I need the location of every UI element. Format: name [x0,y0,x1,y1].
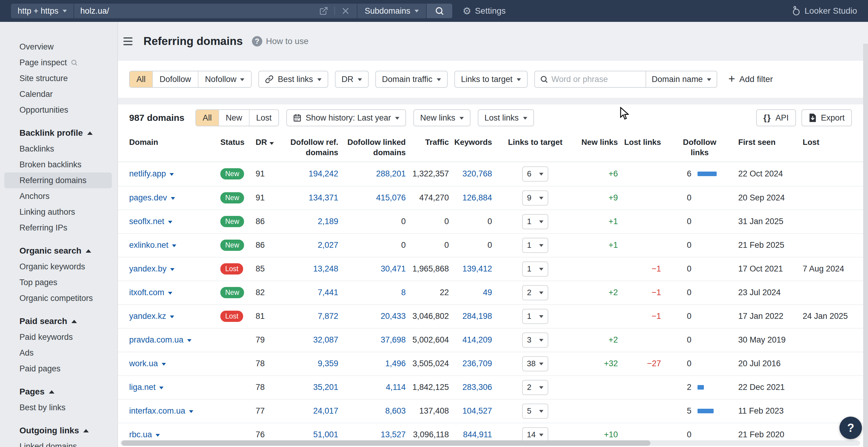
dofollow-ref-domains-link[interactable]: 13,248 [313,264,338,273]
dofollow-ref-domains-link[interactable]: 134,371 [308,193,338,202]
sidebar-section-organic-search[interactable]: Organic search [0,243,117,259]
domain-link[interactable]: pravda.com.ua [129,335,184,345]
links-to-target-select[interactable]: 1 [522,214,548,229]
word-or-phrase-input[interactable] [548,75,646,84]
domain-options-icon[interactable] [168,221,172,224]
sidebar-item-backlinks[interactable]: Backlinks [4,141,112,157]
sidebar-item-best-by-links[interactable]: Best by links [4,400,112,415]
domain-link[interactable]: liga.net [129,383,156,392]
domain-options-icon[interactable] [189,410,193,413]
links-to-target-select[interactable]: 1 [522,309,548,324]
links-to-target-select[interactable]: 9 [522,191,548,206]
domain-options-icon[interactable] [168,292,172,295]
sidebar-item-paid-pages[interactable]: Paid pages [4,361,112,377]
domain-options-icon[interactable] [159,386,163,389]
sidebar-item-top-pages[interactable]: Top pages [4,275,112,290]
open-external-icon[interactable] [318,6,329,16]
links-to-target-select[interactable]: 2 [522,285,548,300]
domain-link[interactable]: seoflx.net [129,217,164,226]
column-header-dofollow-links[interactable]: Dofollow links [665,137,735,158]
dofollow-ref-domains-link[interactable]: 2,027 [318,241,338,250]
filter-dr-dropdown[interactable]: DR [335,71,369,88]
domain-link[interactable]: work.ua [129,359,158,368]
sidebar-item-linking-authors[interactable]: Linking authors [4,204,112,220]
keywords-value[interactable]: 283,306 [462,383,492,392]
vertical-scrollbar[interactable] [863,44,868,447]
mode-dropdown[interactable]: Subdomains [357,4,426,18]
status-segment-all[interactable]: All [196,110,219,126]
sidebar-item-anchors[interactable]: Anchors [4,188,112,204]
links-to-target-select[interactable]: 38 [522,356,549,371]
domain-link[interactable]: rbc.ua [129,430,152,439]
sidebar-item-calendar[interactable]: Calendar [4,86,112,102]
show-history-dropdown[interactable]: Show history: Last year [286,109,406,126]
export-button[interactable]: Export [801,109,852,126]
domain-options-icon[interactable] [162,363,166,366]
keywords-value[interactable]: 284,198 [462,312,492,321]
column-header-lost[interactable]: Lost [803,137,851,147]
domain-link[interactable]: yandex.kz [129,312,166,321]
dofollow-linked-domains-value[interactable]: 415,076 [376,193,406,202]
column-header-domain[interactable]: Domain [129,137,217,147]
column-header-keywords[interactable]: Keywords [453,137,492,147]
dofollow-ref-domains-link[interactable]: 7,872 [318,312,338,321]
dofollow-ref-domains-link[interactable]: 51,001 [313,430,338,439]
filter-segment-all[interactable]: All [130,71,152,87]
sidebar-item-organic-keywords[interactable]: Organic keywords [4,259,112,275]
status-segment-lost[interactable]: Lost [249,110,278,126]
sidebar-section-outgoing-links[interactable]: Outgoing links [0,423,117,439]
keywords-value[interactable]: 49 [483,288,492,297]
search-scope-dropdown[interactable]: Domain name [646,71,717,87]
dofollow-linked-domains-value[interactable]: 20,433 [380,312,406,321]
links-to-target-select[interactable]: 6 [522,166,548,182]
links-to-target-select[interactable]: 5 [522,404,548,419]
domain-link[interactable]: netlify.app [129,169,166,178]
dofollow-ref-domains-link[interactable]: 9,359 [318,359,338,368]
column-header-first-seen[interactable]: First seen [738,137,799,147]
column-header-dofollow-linked-domains[interactable]: Dofollow linked domains [342,137,406,158]
filter-segment-nofollow[interactable]: Nofollow [198,71,251,87]
api-button[interactable]: {}API [756,109,796,126]
dofollow-linked-domains-value[interactable]: 37,698 [380,335,406,344]
dofollow-ref-domains-link[interactable]: 194,242 [308,169,338,178]
dofollow-linked-domains-value[interactable]: 1,496 [385,359,406,368]
horizontal-scrollbar-thumb[interactable] [122,440,650,446]
links-to-target-select[interactable]: 1 [522,262,548,277]
domain-options-icon[interactable] [170,315,174,318]
dofollow-linked-domains-value[interactable]: 4,114 [386,383,406,392]
protocol-dropdown[interactable]: http + https [11,4,74,18]
sidebar-section-paid-search[interactable]: Paid search [0,313,117,329]
dofollow-linked-domains-value[interactable]: 30,471 [380,264,406,273]
search-button[interactable] [426,4,452,18]
status-segment-new[interactable]: New [219,110,249,126]
column-header-links-to-target[interactable]: Links to target [496,137,575,147]
domain-link[interactable]: exlinko.net [129,241,168,250]
sidebar-item-site-structure[interactable]: Site structure [4,70,112,86]
keywords-value[interactable]: 320,768 [462,169,492,178]
menu-toggle-icon[interactable] [120,34,135,48]
sidebar-item-opportunities[interactable]: Opportunities [4,102,112,118]
add-filter-button[interactable]: +Add filter [726,74,775,85]
sidebar-item-broken-backlinks[interactable]: Broken backlinks [4,157,112,172]
filter-domain-traffic-dropdown[interactable]: Domain traffic [375,71,448,88]
lost-links-dropdown[interactable]: Lost links [478,109,534,126]
sidebar-item-paid-keywords[interactable]: Paid keywords [4,329,112,345]
domain-options-icon[interactable] [169,173,174,176]
domain-options-icon[interactable] [171,197,175,200]
new-links-dropdown[interactable]: New links [413,109,470,126]
dofollow-ref-domains-link[interactable]: 35,201 [313,383,338,392]
dofollow-linked-domains-value[interactable]: 288,201 [376,169,406,178]
filter-links-to-target-dropdown[interactable]: Links to target [454,71,528,88]
domain-link[interactable]: pages.dev [129,193,167,203]
domain-link[interactable]: itxoft.com [129,288,164,297]
dofollow-linked-domains-value[interactable]: 13,527 [380,430,406,439]
keywords-value[interactable]: 126,884 [462,193,492,202]
domain-link[interactable]: yandex.by [129,264,166,274]
filter-best-links-dropdown[interactable]: Best links [258,71,328,88]
column-header-status[interactable]: Status [220,137,252,147]
help-button[interactable]: ? [839,417,862,439]
domain-link[interactable]: interfax.com.ua [129,406,185,416]
links-to-target-select[interactable]: 2 [522,380,548,395]
keywords-value[interactable]: 844,911 [463,430,492,439]
column-header-lost-links[interactable]: Lost links [622,137,661,147]
